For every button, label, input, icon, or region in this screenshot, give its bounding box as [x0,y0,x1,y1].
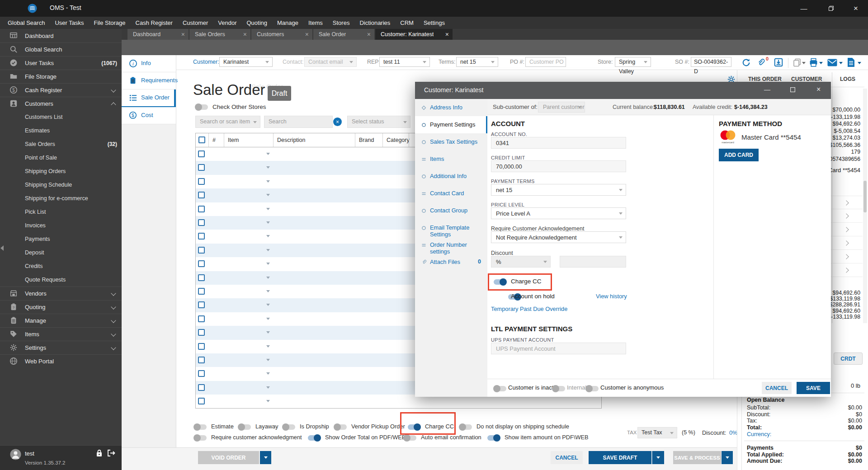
sidebar-item-file-storage[interactable]: File Storage [0,70,122,83]
sidebar-item-settings[interactable]: Settings [0,341,122,354]
row-checkbox[interactable] [198,192,205,198]
sidebar-item-vendors[interactable]: Vendors [0,287,122,300]
sidebar-item-customers[interactable]: Customers [0,97,122,110]
row-checkbox[interactable] [198,357,205,363]
toggle-vendor-pickup-order[interactable] [334,424,347,430]
tab-close-icon[interactable]: × [367,31,371,38]
account-no-input[interactable]: 0341 [491,137,626,149]
row-checkbox[interactable] [198,164,205,171]
row-checkbox[interactable] [198,384,205,391]
modal-nav-attach-files[interactable]: Attach Files0 [415,254,487,271]
document-dropdown-icon[interactable] [858,62,861,64]
row-checkbox[interactable] [198,370,205,377]
toggle-show-order-total-on-pdf-web[interactable] [308,435,321,441]
row-dropdown-icon[interactable] [266,345,270,348]
discount-amount-input[interactable] [560,256,626,268]
row-dropdown-icon[interactable] [266,386,270,389]
currency-link[interactable]: Currency: [747,431,771,437]
sidebar-item-quote-requests[interactable]: Quote Requests [0,273,122,287]
mail-icon[interactable] [827,59,837,68]
menu-global-search[interactable]: Global Search [3,19,50,26]
row-dropdown-icon[interactable] [266,277,270,279]
tab-sale-order[interactable]: Sale Order× [313,29,374,40]
sidebar-item-point-of-sale[interactable]: Point of Sale [0,151,122,164]
sidebar-item-payments[interactable]: Payments [0,232,122,246]
sidebar-item-manage[interactable]: Manage [0,314,122,327]
order-nav-sale-order[interactable]: Sale Order [122,89,176,107]
void-order-button[interactable]: VOID ORDER [198,451,259,464]
modal-nav-contact-card[interactable]: Contact Card [415,185,487,202]
toggle-estimate[interactable] [194,424,207,430]
row-dropdown-icon[interactable] [266,180,270,183]
scrollbar-thumb[interactable] [863,181,867,212]
row-checkbox[interactable] [198,247,205,254]
mail-dropdown-icon[interactable] [839,62,843,64]
copy-dropdown-icon[interactable] [802,62,806,64]
toggle-require-customer-acknowledgment[interactable] [194,435,207,441]
sidebar-item-cash-register[interactable]: $Cash Register [0,83,122,97]
price-level-select[interactable]: Price Level A [491,207,626,219]
row-dropdown-icon[interactable] [266,221,270,224]
row-dropdown-icon[interactable] [266,290,270,292]
column-header-category[interactable]: Category [382,133,409,147]
sidebar-item-shipping-orders[interactable]: Shipping Orders [0,164,122,178]
menu-vendor[interactable]: Vendor [213,19,241,26]
save-draft-button[interactable]: SAVE DRAFT [589,451,651,464]
tab-close-icon[interactable]: × [305,31,309,38]
discount-value[interactable]: 0% [729,429,738,436]
sidebar-item-items[interactable]: Items [0,327,122,341]
row-dropdown-icon[interactable] [266,166,270,169]
tax-select[interactable]: Test Tax [637,427,677,438]
row-dropdown-icon[interactable] [266,194,270,196]
row-checkbox[interactable] [198,233,205,240]
sidebar-item-invoices[interactable]: Invoices [0,219,122,232]
save-process-button[interactable]: SAVE & PROCESS [673,451,721,464]
past-due-override-link[interactable]: Temporary Past Due Override [491,306,567,312]
so-input[interactable]: SO-0049362-D [691,57,731,67]
customer-select[interactable]: Karinatest [219,57,273,67]
row-dropdown-icon[interactable] [266,235,270,237]
ack-select[interactable]: Not Require Acknowledgement [491,231,626,243]
modal-nav-order-number-settings[interactable]: Order Number settings [415,236,487,254]
row-checkbox[interactable] [198,206,205,212]
toggle-auto-email-confirmation[interactable] [404,435,416,441]
modal-nav-email-template-settings[interactable]: Email Template Settings [415,219,487,236]
minimize-button[interactable]: — [793,0,814,17]
save-process-dropdown[interactable] [722,451,733,464]
payment-terms-select[interactable]: net 15 [491,184,626,196]
tab-close-icon[interactable]: × [243,31,247,38]
row-checkbox[interactable] [198,315,205,322]
row-checkbox[interactable] [198,178,205,185]
modal-nav-sales-tax-settings[interactable]: Sales Tax Settings [415,133,487,150]
sidebar-item-shipping-for-e-commerce[interactable]: Shipping for e-commerce [0,192,122,205]
select-all-checkbox[interactable] [198,136,205,143]
menu-quoting[interactable]: Quoting [241,19,272,26]
clear-search-icon[interactable]: × [333,118,342,126]
sidebar-item-global-search[interactable]: Global Search [0,42,122,56]
void-order-dropdown[interactable] [260,451,271,464]
column-header-[interactable]: # [208,133,224,147]
menu-manage[interactable]: Manage [272,19,303,26]
right-panel-tab-customer[interactable]: CUSTOMER [791,76,822,82]
row-checkbox[interactable] [198,301,205,308]
tab-close-icon[interactable]: × [445,31,449,38]
modal-nav-additional-info[interactable]: Additional Info [415,168,487,185]
menu-settings[interactable]: Settings [419,19,450,26]
modal-nav-payment-settings[interactable]: Payment Settings [415,116,487,133]
row-checkbox[interactable] [198,329,205,336]
menu-dictionaries[interactable]: Dictionaries [354,19,395,26]
sidebar-item-pick-list[interactable]: Pick List [0,205,122,219]
order-nav-cost[interactable]: $Cost [122,107,176,124]
crdt-button[interactable]: CRDT [834,352,863,365]
modal-close-button[interactable]: × [816,85,821,94]
sidebar-item-credits[interactable]: Credits [0,259,122,273]
order-nav-requirements[interactable]: Requirements [122,72,176,89]
sidebar-item-shipping-schedule[interactable]: Shipping Schedule [0,178,122,192]
menu-file-storage[interactable]: File Storage [89,19,130,26]
copy-icon[interactable] [793,58,802,69]
row-dropdown-icon[interactable] [266,372,270,375]
modal-minimize-button[interactable]: — [764,86,770,93]
modal-maximize-button[interactable] [790,87,795,94]
search-input[interactable]: Search [264,116,333,128]
row-dropdown-icon[interactable] [266,304,270,306]
